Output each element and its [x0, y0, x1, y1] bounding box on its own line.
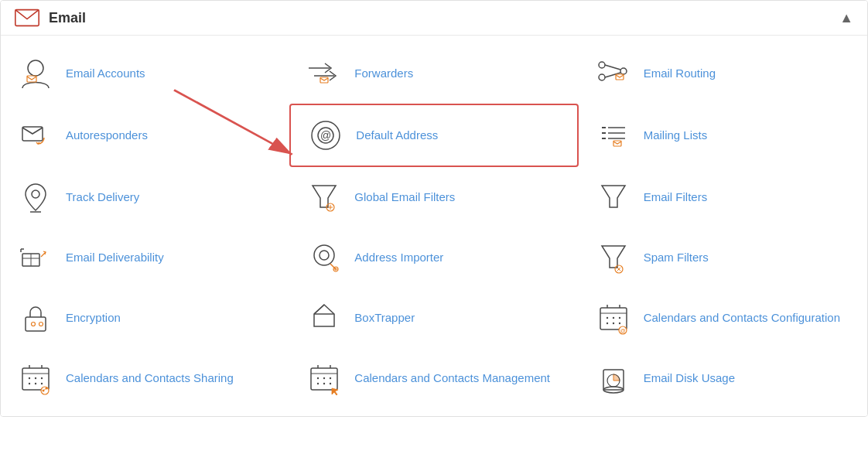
mailing-lists-item[interactable]: Mailing Lists	[579, 104, 867, 167]
svg-line-52	[314, 305, 324, 314]
items-grid: Email Accounts Forwarders	[1, 36, 867, 416]
email-routing-item[interactable]: Email Routing	[579, 43, 867, 104]
svg-point-25	[32, 190, 39, 198]
calendars-contacts-management-label: Calendars and Contacts Management	[354, 370, 550, 386]
svg-point-50	[39, 323, 43, 326]
email-filters-item[interactable]: Email Filters	[579, 167, 867, 227]
email-disk-usage-label: Email Disk Usage	[644, 370, 735, 386]
address-importer-label: Address Importer	[354, 250, 443, 265]
address-importer-icon	[305, 238, 343, 277]
email-filters-label: Email Filters	[644, 189, 708, 205]
collapse-button[interactable]: ▲	[839, 10, 853, 26]
svg-point-39	[320, 251, 329, 260]
svg-point-58	[606, 317, 607, 319]
email-disk-usage-icon	[594, 359, 633, 398]
email-deliverability-icon	[16, 238, 55, 277]
svg-point-63	[618, 323, 620, 324]
email-disk-usage-item[interactable]: Email Disk Usage	[579, 348, 867, 408]
spam-filters-icon	[594, 238, 633, 277]
calendars-contacts-config-icon: @	[594, 299, 633, 337]
svg-point-3	[28, 60, 43, 76]
encryption-label: Encryption	[66, 310, 121, 326]
svg-point-9	[599, 74, 605, 80]
email-accounts-label: Email Accounts	[66, 66, 145, 81]
track-delivery-item[interactable]: Track Delivery	[1, 167, 289, 227]
svg-marker-31	[602, 186, 625, 207]
encryption-item[interactable]: Encryption	[1, 288, 289, 348]
calendars-contacts-config-item[interactable]: @ Calendars and Contacts Configuration	[579, 288, 867, 348]
email-accounts-item[interactable]: Email Accounts	[1, 43, 289, 104]
section-header: Email ▲	[1, 1, 867, 36]
email-header-icon	[15, 9, 39, 27]
calendars-contacts-sharing-icon	[16, 359, 55, 398]
svg-point-10	[620, 68, 627, 74]
svg-line-40	[330, 264, 336, 269]
svg-rect-4	[27, 76, 36, 82]
svg-point-71	[35, 377, 36, 379]
svg-point-38	[314, 245, 334, 265]
email-deliverability-label: Email Deliverability	[66, 250, 164, 265]
svg-text:@: @	[320, 129, 331, 142]
email-accounts-icon	[16, 54, 55, 93]
header-left: Email	[15, 9, 86, 27]
mailing-lists-icon	[594, 116, 633, 155]
svg-point-60	[618, 317, 620, 319]
svg-point-87	[317, 383, 319, 384]
boxtrapper-item[interactable]: BoxTrapper	[289, 288, 578, 348]
calendars-contacts-config-label: Calendars and Contacts Configuration	[644, 310, 840, 326]
spam-filters-label: Spam Filters	[644, 250, 709, 265]
global-email-filters-label: Global Email Filters	[354, 189, 455, 205]
svg-point-74	[35, 383, 36, 384]
email-filters-icon	[594, 178, 633, 217]
forwarders-item[interactable]: Forwarders	[289, 43, 578, 104]
track-delivery-icon	[16, 178, 55, 217]
svg-point-49	[32, 323, 36, 326]
boxtrapper-label: BoxTrapper	[354, 310, 415, 326]
email-deliverability-item[interactable]: Email Deliverability	[1, 227, 289, 288]
track-delivery-label: Track Delivery	[66, 189, 139, 205]
autoresponders-label: Autoresponders	[66, 128, 148, 143]
svg-point-62	[612, 323, 613, 324]
svg-point-59	[612, 317, 613, 319]
section-title: Email	[49, 10, 86, 26]
svg-line-11	[605, 65, 620, 70]
autoresponders-icon	[16, 116, 55, 155]
forwarders-label: Forwarders	[354, 66, 413, 81]
svg-point-84	[317, 377, 319, 379]
global-email-filters-icon	[305, 178, 343, 217]
email-routing-icon	[594, 54, 633, 93]
mailing-lists-label: Mailing Lists	[644, 128, 708, 143]
svg-point-88	[323, 383, 325, 384]
email-routing-label: Email Routing	[644, 66, 716, 81]
forwarders-icon	[305, 54, 343, 93]
svg-point-75	[41, 383, 43, 384]
calendars-contacts-management-icon	[305, 359, 343, 398]
spam-filters-item[interactable]: Spam Filters	[579, 227, 867, 288]
default-address-label: Default Address	[356, 128, 438, 143]
svg-point-73	[29, 383, 30, 384]
svg-point-72	[41, 377, 43, 379]
svg-marker-90	[332, 388, 338, 395]
svg-point-70	[29, 377, 30, 379]
email-section: Email ▲ Email Accoun	[0, 0, 868, 417]
svg-point-8	[599, 62, 605, 68]
default-address-icon: @	[306, 116, 345, 155]
calendars-contacts-sharing-label: Calendars and Contacts Sharing	[66, 370, 234, 386]
boxtrapper-icon	[305, 299, 343, 337]
svg-marker-51	[314, 305, 334, 326]
svg-point-85	[323, 377, 325, 379]
encryption-icon	[16, 299, 55, 337]
calendars-contacts-management-item[interactable]: Calendars and Contacts Management	[289, 348, 578, 408]
svg-marker-44	[602, 246, 625, 268]
calendars-contacts-sharing-item[interactable]: Calendars and Contacts Sharing	[1, 348, 289, 408]
global-email-filters-item[interactable]: Global Email Filters	[289, 167, 578, 227]
svg-point-89	[330, 383, 331, 384]
svg-text:@: @	[620, 328, 625, 333]
address-importer-item[interactable]: Address Importer	[289, 227, 578, 288]
autoresponders-item[interactable]: Autoresponders	[1, 104, 289, 167]
default-address-item[interactable]: @ Default Address	[289, 104, 578, 167]
svg-point-61	[606, 323, 607, 324]
svg-point-86	[330, 377, 331, 379]
